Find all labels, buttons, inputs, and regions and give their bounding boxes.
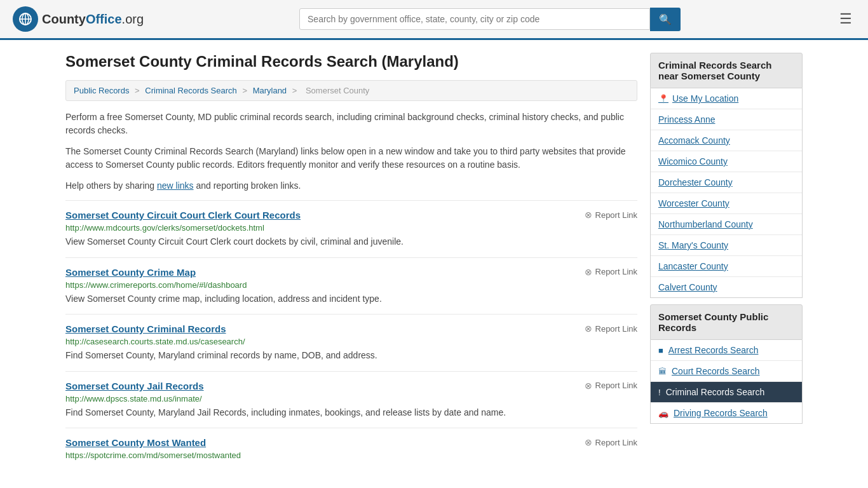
sidebar-pr-label-2: Criminal Records Search	[666, 387, 765, 397]
menu-button[interactable]: ☰	[836, 8, 855, 30]
sidebar-nearby-label-8: Lancaster County	[658, 261, 728, 271]
sidebar-nearby-item-3[interactable]: Wicomico County	[651, 151, 802, 172]
record-desc-0: View Somerset County Circuit Court Clerk…	[65, 236, 637, 248]
record-desc-2: Find Somerset County, Maryland criminal …	[65, 349, 637, 362]
main-content: Somerset County Criminal Records Search …	[65, 53, 637, 472]
logo-text: CountyOffice.org	[42, 12, 144, 27]
sidebar-nearby-label-1: Princess Anne	[658, 114, 715, 125]
report-label-1: Report Link	[595, 267, 637, 276]
sidebar-nearby-list: 📍Use My LocationPrincess AnneAccomack Co…	[650, 88, 803, 298]
sidebar-nearby-label-7: St. Mary's County	[658, 240, 728, 250]
record-title-3[interactable]: Somerset County Jail Records	[65, 381, 204, 391]
record-entry-4: Somerset County Most Wanted ⊗ Report Lin…	[65, 428, 637, 472]
sidebar-pr-item-3[interactable]: 🚗Driving Records Search	[651, 403, 802, 423]
record-title-2[interactable]: Somerset County Criminal Records	[65, 323, 226, 334]
record-url-3[interactable]: http://www.dpscs.state.md.us/inmate/	[65, 394, 637, 403]
record-url-1[interactable]: https://www.crimereports.com/home/#l/das…	[65, 280, 637, 290]
search-button[interactable]: 🔍	[650, 8, 681, 31]
sidebar-pr-icon-1: 🏛	[658, 367, 667, 376]
main-container: Somerset County Criminal Records Search …	[53, 40, 815, 485]
sidebar-public-records-list: ■Arrest Records Search🏛Court Records Sea…	[650, 340, 803, 424]
sidebar-nearby-item-1[interactable]: Princess Anne	[651, 109, 802, 130]
sidebar-nearby-item-5[interactable]: Worcester County	[651, 193, 802, 214]
header: CountyOffice.org 🔍 ☰	[0, 0, 868, 40]
record-url-0[interactable]: http://www.mdcourts.gov/clerks/somerset/…	[65, 223, 637, 233]
sidebar-nearby-label-6: Northumberland County	[658, 219, 753, 229]
sidebar-nearby-item-2[interactable]: Accomack County	[651, 130, 802, 151]
search-area: 🔍	[299, 8, 681, 31]
sidebar-nearby-label-9: Calvert County	[658, 282, 717, 292]
sidebar-pr-icon-3: 🚗	[658, 409, 668, 418]
report-link-1[interactable]: ⊗ Report Link	[585, 267, 637, 277]
breadcrumb-somerset: Somerset County	[306, 86, 369, 95]
report-label-3: Report Link	[595, 381, 637, 390]
record-title-1[interactable]: Somerset County Crime Map	[65, 267, 196, 278]
sidebar-nearby-item-8[interactable]: Lancaster County	[651, 256, 802, 277]
report-icon-0: ⊗	[585, 210, 592, 220]
sidebar-nearby-item-9[interactable]: Calvert County	[651, 277, 802, 297]
sidebar-public-records-section: Somerset County Public Records ■Arrest R…	[650, 304, 803, 424]
record-desc-1: View Somerset County crime map, includin…	[65, 293, 637, 306]
sidebar-pr-icon-2: !	[658, 388, 661, 397]
breadcrumb-sep2: >	[242, 86, 249, 95]
record-list: Somerset County Circuit Court Clerk Cour…	[65, 200, 637, 472]
record-desc-3: Find Somerset County, Maryland Jail Reco…	[65, 407, 637, 419]
hamburger-icon: ☰	[839, 11, 852, 27]
record-entry-3: Somerset County Jail Records ⊗ Report Li…	[65, 371, 637, 428]
record-entry-2: Somerset County Criminal Records ⊗ Repor…	[65, 314, 637, 371]
record-entry-0: Somerset County Circuit Court Clerk Cour…	[65, 200, 637, 257]
record-title-0[interactable]: Somerset County Circuit Court Clerk Cour…	[65, 210, 301, 220]
logo-icon	[13, 6, 38, 32]
report-label-2: Report Link	[595, 324, 637, 334]
report-icon-3: ⊗	[585, 381, 592, 391]
report-link-0[interactable]: ⊗ Report Link	[585, 210, 637, 220]
sidebar-pr-item-2[interactable]: !Criminal Records Search	[651, 382, 802, 403]
sidebar-nearby-section: Criminal Records Search near Somerset Co…	[650, 53, 803, 298]
search-icon: 🔍	[659, 14, 672, 25]
description-2: The Somerset County Criminal Records Sea…	[65, 145, 637, 172]
sidebar-nearby-item-6[interactable]: Northumberland County	[651, 214, 802, 235]
sidebar-nearby-label-3: Wicomico County	[658, 156, 728, 166]
sidebar-pr-item-1[interactable]: 🏛Court Records Search	[651, 361, 802, 382]
use-my-location-label: Use My Location	[672, 93, 738, 104]
logo-area: CountyOffice.org	[13, 6, 144, 32]
sidebar-nearby-header: Criminal Records Search near Somerset Co…	[650, 53, 803, 88]
report-icon-1: ⊗	[585, 267, 592, 277]
breadcrumb-sep1: >	[135, 86, 142, 95]
sidebar-pr-icon-0: ■	[658, 346, 663, 355]
report-link-4[interactable]: ⊗ Report Link	[585, 437, 637, 447]
sidebar-pr-label-1: Court Records Search	[672, 366, 760, 376]
new-links-link[interactable]: new links	[157, 180, 194, 191]
record-title-4[interactable]: Somerset County Most Wanted	[65, 437, 206, 448]
sidebar: Criminal Records Search near Somerset Co…	[650, 53, 803, 472]
report-label-4: Report Link	[595, 438, 637, 447]
report-label-0: Report Link	[595, 210, 637, 220]
sidebar-nearby-label-4: Dorchester County	[658, 177, 733, 187]
record-url-2[interactable]: http://casesearch.courts.state.md.us/cas…	[65, 337, 637, 346]
sidebar-pr-label-0: Arrest Records Search	[668, 345, 759, 355]
breadcrumb-maryland[interactable]: Maryland	[253, 86, 287, 95]
sidebar-public-records-header: Somerset County Public Records	[650, 304, 803, 340]
sidebar-nearby-label-5: Worcester County	[658, 198, 729, 208]
page-title: Somerset County Criminal Records Search …	[65, 53, 637, 71]
breadcrumb-public-records[interactable]: Public Records	[74, 86, 129, 95]
sidebar-nearby-label-2: Accomack County	[658, 135, 730, 146]
report-link-3[interactable]: ⊗ Report Link	[585, 381, 637, 391]
location-icon: 📍	[658, 94, 668, 104]
description-3: Help others by sharing new links and rep…	[65, 179, 637, 193]
sidebar-location-btn[interactable]: 📍Use My Location	[651, 88, 802, 109]
breadcrumb: Public Records > Criminal Records Search…	[65, 80, 637, 101]
breadcrumb-sep3: >	[292, 86, 299, 95]
sidebar-nearby-item-7[interactable]: St. Mary's County	[651, 235, 802, 256]
search-input[interactable]	[299, 8, 650, 30]
report-icon-2: ⊗	[585, 323, 592, 334]
description-3-pre: Help others by sharing	[65, 180, 157, 191]
description-1: Perform a free Somerset County, MD publi…	[65, 111, 637, 137]
report-link-2[interactable]: ⊗ Report Link	[585, 323, 637, 334]
sidebar-pr-item-0[interactable]: ■Arrest Records Search	[651, 340, 802, 361]
description-3-post: and reporting broken links.	[194, 180, 301, 191]
breadcrumb-criminal-records[interactable]: Criminal Records Search	[145, 86, 237, 95]
sidebar-pr-label-3: Driving Records Search	[674, 408, 768, 418]
record-url-4[interactable]: https://spotcrime.com/md/somerset/mostwa…	[65, 451, 637, 460]
sidebar-nearby-item-4[interactable]: Dorchester County	[651, 172, 802, 193]
